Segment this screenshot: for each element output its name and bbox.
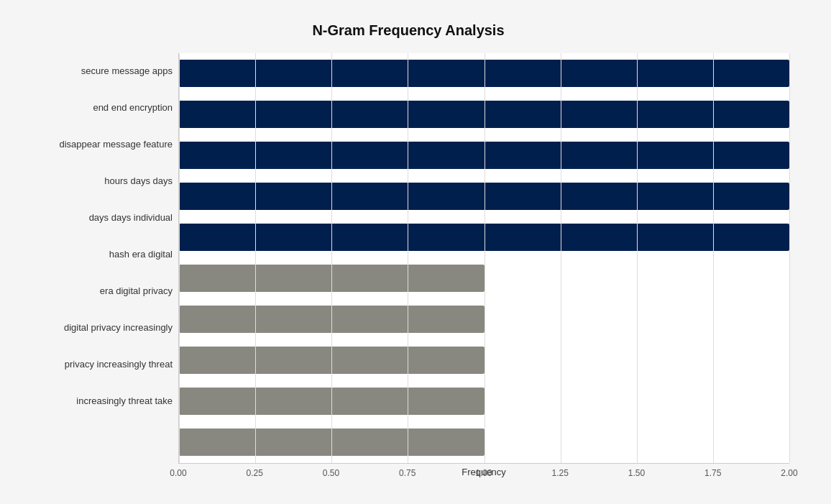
bar <box>179 388 485 415</box>
bars-section <box>178 53 789 464</box>
x-tick: 1.50 <box>628 468 645 478</box>
chart-container: N-Gram Frequency Analysis secure message… <box>20 8 811 497</box>
bar-row <box>179 94 789 135</box>
bar-row <box>179 340 789 381</box>
chart-area: secure message appsend end encryptiondis… <box>27 53 789 441</box>
y-label: increasingly threat take <box>76 383 173 420</box>
bar <box>179 347 485 374</box>
x-tick: 1.75 <box>704 468 721 478</box>
plot-area: 0.000.250.500.751.001.251.501.752.00 Fre… <box>178 53 789 441</box>
bar <box>179 60 789 87</box>
bar-row <box>179 217 789 258</box>
x-tick: 1.25 <box>552 468 569 478</box>
y-label: privacy increasingly threat <box>65 347 173 383</box>
bar <box>179 224 789 251</box>
bar-row <box>179 299 789 340</box>
bar-row <box>179 135 789 176</box>
y-label: days days individual <box>89 200 173 237</box>
bar <box>179 306 485 333</box>
x-tick: 0.25 <box>247 468 263 478</box>
bar-row <box>179 381 789 422</box>
y-label: secure message apps <box>81 53 173 90</box>
bar <box>179 142 789 169</box>
x-tick: 0.00 <box>170 468 186 478</box>
bar-row <box>179 422 789 463</box>
y-label: disappear message feature <box>59 127 173 163</box>
bar-row <box>179 176 789 217</box>
x-tick: 1.00 <box>475 468 492 478</box>
bar-row <box>179 53 789 94</box>
y-label: end end encryption <box>93 90 173 127</box>
x-tick: 2.00 <box>781 468 797 478</box>
y-axis: secure message appsend end encryptiondis… <box>27 53 178 441</box>
y-label: era digital privacy <box>100 273 173 310</box>
bar <box>179 265 485 292</box>
x-tick: 0.50 <box>323 468 339 478</box>
bar <box>179 429 485 456</box>
chart-title: N-Gram Frequency Analysis <box>27 22 789 39</box>
bar <box>179 101 789 128</box>
x-tick: 0.75 <box>399 468 416 478</box>
bar <box>179 183 789 210</box>
grid-line <box>789 53 790 463</box>
bar-row <box>179 258 789 299</box>
y-label: hash era digital <box>109 237 173 273</box>
y-label: digital privacy increasingly <box>64 310 173 347</box>
y-label: hours days days <box>104 163 173 200</box>
